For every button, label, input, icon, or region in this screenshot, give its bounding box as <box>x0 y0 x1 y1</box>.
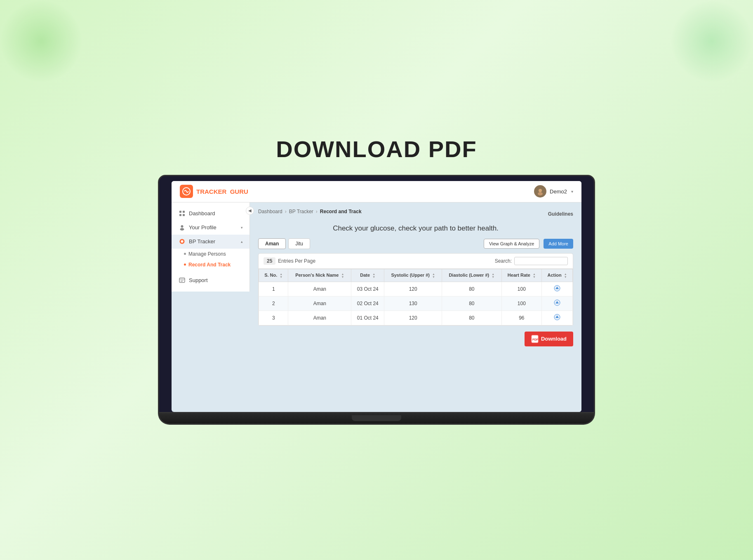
breadcrumb: Dashboard › BP Tracker › Record and Trac… <box>258 209 362 214</box>
chevron-down-icon: ▾ <box>571 189 573 194</box>
svg-point-7 <box>181 225 183 228</box>
sidebar-item-label-support: Support <box>189 277 208 283</box>
cell-systolic: 120 <box>384 282 442 296</box>
cell-action <box>542 311 573 325</box>
cell-sno: 3 <box>259 311 288 325</box>
action-button[interactable] <box>554 285 560 293</box>
cell-sno: 2 <box>259 296 288 311</box>
manage-persons-dot <box>184 253 186 255</box>
col-nick-name-label: Person's Nick Name <box>295 273 339 278</box>
sidebar-item-profile[interactable]: Your Profile ▾ <box>172 221 249 235</box>
col-sno[interactable]: S. No. ▲▼ <box>259 269 288 282</box>
col-sno-label: S. No. <box>264 273 277 278</box>
cell-diastolic: 80 <box>442 311 501 325</box>
content-area: Dashboard › BP Tracker › Record and Trac… <box>250 202 581 412</box>
cell-nick-name: Aman <box>288 282 351 296</box>
tab-jitu[interactable]: Jitu <box>288 238 310 249</box>
cell-heart-rate: 100 <box>501 282 542 296</box>
col-systolic-label: Systolic (Upper #) <box>391 273 430 278</box>
tabs-left: Aman Jitu <box>258 238 310 249</box>
col-action-label: Action <box>547 273 561 278</box>
action-button[interactable] <box>554 299 560 308</box>
pdf-icon: PDF <box>531 335 539 343</box>
user-name: Demo2 <box>550 188 567 195</box>
svg-point-2 <box>538 192 543 195</box>
record-track-dot <box>184 264 186 266</box>
entries-label: Entries Per Page <box>278 258 315 264</box>
laptop-base <box>158 413 595 425</box>
breadcrumb-bp-tracker[interactable]: BP Tracker <box>289 209 313 214</box>
col-systolic[interactable]: Systolic (Upper #) ▲▼ <box>384 269 442 282</box>
laptop-hinge <box>352 415 401 421</box>
avatar <box>534 185 546 198</box>
col-nick-name[interactable]: Person's Nick Name ▲▼ <box>288 269 351 282</box>
search-input[interactable] <box>514 257 568 265</box>
support-icon <box>178 277 186 284</box>
svg-rect-6 <box>183 214 185 216</box>
col-heart-rate[interactable]: Heart Rate ▲▼ <box>501 269 542 282</box>
sidebar-collapse-button[interactable]: ◀ <box>246 207 254 215</box>
entries-count: 25 <box>264 257 275 265</box>
logo-text: TRACKER GURU <box>196 188 248 195</box>
add-more-button[interactable]: Add More <box>544 239 573 249</box>
breadcrumb-wrapper: Dashboard › BP Tracker › Record and Trac… <box>258 209 573 219</box>
download-label: Download <box>541 336 567 342</box>
dashboard-icon <box>178 210 186 217</box>
cell-date: 02 Oct 24 <box>351 296 384 311</box>
cell-action <box>542 282 573 296</box>
col-date[interactable]: Date ▲▼ <box>351 269 384 282</box>
tab-aman[interactable]: Aman <box>258 238 286 249</box>
logo-area: TRACKER GURU <box>180 185 248 198</box>
top-navbar: TRACKER GURU Demo2 ▾ <box>172 181 581 202</box>
cell-heart-rate: 100 <box>501 296 542 311</box>
svg-point-10 <box>181 240 183 243</box>
sort-action-icon: ▲▼ <box>564 273 567 278</box>
table-header: S. No. ▲▼ Person's Nick Name ▲▼ <box>259 269 573 282</box>
table-container: 25 Entries Per Page Search: <box>258 253 573 326</box>
col-date-label: Date <box>360 273 370 278</box>
cell-diastolic: 80 <box>442 282 501 296</box>
app-window: TRACKER GURU Demo2 ▾ <box>172 181 581 412</box>
sort-heart-icon: ▲▼ <box>533 273 536 278</box>
view-graph-button[interactable]: View Graph & Analyze <box>484 239 539 249</box>
sidebar-item-manage-persons[interactable]: Manage Persons <box>184 249 249 259</box>
sort-date-icon: ▲▼ <box>372 273 375 278</box>
col-diastolic-label: Diastolic (Lower #) <box>449 273 489 278</box>
sort-nick-icon: ▲▼ <box>341 273 344 278</box>
sidebar-item-support[interactable]: Support <box>172 273 249 287</box>
action-button[interactable] <box>554 314 560 322</box>
tabs-row: Aman Jitu View Graph & Analyze Add More <box>258 238 573 249</box>
search-label: Search: <box>495 258 512 264</box>
sidebar-item-bp-tracker[interactable]: BP Tracker ▴ <box>172 235 249 249</box>
download-button[interactable]: PDF Download <box>525 332 573 346</box>
cell-nick-name: Aman <box>288 311 351 325</box>
cell-heart-rate: 96 <box>501 311 542 325</box>
page-title: DOWNLOAD PDF <box>276 136 477 162</box>
sort-sno-icon: ▲▼ <box>280 273 282 278</box>
sort-systolic-icon: ▲▼ <box>432 273 435 278</box>
app-container: TRACKER GURU Demo2 ▾ <box>172 181 581 412</box>
logo-icon <box>180 185 193 198</box>
svg-rect-4 <box>183 211 185 213</box>
entries-control: 25 Entries Per Page <box>264 257 315 265</box>
laptop-screen: TRACKER GURU Demo2 ▾ <box>158 175 595 413</box>
tabs-right: View Graph & Analyze Add More <box>484 239 573 249</box>
sidebar-item-label-profile: Your Profile <box>189 224 216 231</box>
table-row: 1 Aman 03 Oct 24 120 80 100 <box>259 282 573 296</box>
sidebar-item-dashboard[interactable]: Dashboard <box>172 207 249 221</box>
svg-point-8 <box>180 228 184 231</box>
svg-rect-3 <box>179 211 181 213</box>
breadcrumb-current: Record and Track <box>320 209 362 214</box>
data-table: S. No. ▲▼ Person's Nick Name ▲▼ <box>259 269 573 325</box>
search-control: Search: <box>495 257 568 265</box>
cell-systolic: 120 <box>384 311 442 325</box>
guidelines-button[interactable]: Guidelines <box>548 211 573 217</box>
user-area[interactable]: Demo2 ▾ <box>534 185 573 198</box>
cell-nick-name: Aman <box>288 296 351 311</box>
bp-tracker-chevron-icon: ▴ <box>241 240 243 244</box>
sidebar-item-label-dashboard: Dashboard <box>189 210 215 216</box>
breadcrumb-dashboard[interactable]: Dashboard <box>258 209 282 214</box>
col-diastolic[interactable]: Diastolic (Lower #) ▲▼ <box>442 269 501 282</box>
logo-text-guru: GURU <box>230 188 248 195</box>
sidebar-item-record-and-track[interactable]: Record And Track <box>184 259 249 270</box>
